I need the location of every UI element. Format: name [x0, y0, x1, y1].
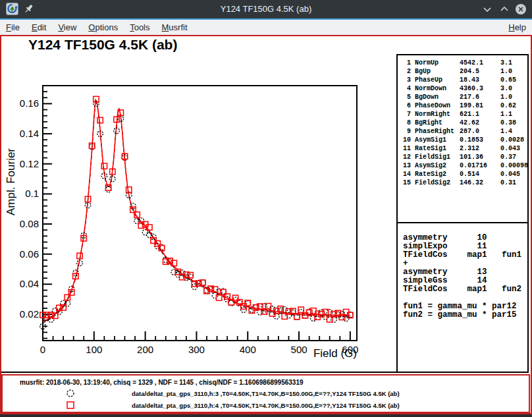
y-tick-label: 0.14	[20, 128, 39, 139]
fit-curve-h3	[43, 101, 350, 323]
data-series-h3-circles	[40, 101, 353, 329]
param-value: 0.01716	[460, 161, 496, 170]
param-num: 4	[402, 84, 411, 93]
param-num: 5	[402, 93, 411, 101]
legend-label-h3: data/deltat_pta_gps_3110,h:3 ,T0=4.50K,T…	[132, 390, 400, 397]
param-row: 2BgUp204.51.0	[402, 67, 527, 76]
legend-label-h4: data/deltat_pta_gps_3110,h:4 ,T0=4.50K,T…	[132, 402, 400, 409]
param-num: 6	[402, 101, 411, 110]
param-name: BgUp	[415, 67, 456, 76]
legend-open-circle-icon	[66, 389, 75, 398]
menu-options[interactable]: Options	[82, 20, 124, 35]
y-tick-label: 0.08	[20, 218, 39, 229]
param-name: PhaseDown	[415, 101, 456, 110]
param-name: RateSig2	[415, 170, 456, 179]
menu-musrfit[interactable]: Musrfit	[156, 20, 194, 35]
minimize-button[interactable]	[481, 3, 493, 15]
param-row: 9PhaseRight287.01.4	[402, 127, 527, 136]
theory-line: fun2 = gamma_mu * par15	[403, 311, 527, 320]
param-row: 13AsymSig20.017160.00098	[402, 161, 527, 170]
x-tick-label: 200	[137, 344, 153, 355]
param-num: 2	[402, 67, 411, 76]
param-num: 9	[402, 127, 411, 136]
param-name: RateSig1	[415, 144, 456, 153]
menu-edit[interactable]: Edit	[26, 20, 52, 35]
fit-curve-h4	[43, 100, 350, 322]
y-tick-label: 0.12	[20, 158, 39, 169]
param-num: 7	[402, 110, 411, 119]
menu-tools[interactable]: Tools	[124, 20, 155, 35]
theory-line: TFieldCos map1 fun1	[403, 251, 527, 260]
main-plot-canvas[interactable]: 01002003004005006000.020.040.060.080.10.…	[1, 36, 398, 374]
root-canvas[interactable]: Y124 TF150G 4.5K (ab) Ampl. Fourier 0100…	[0, 35, 532, 414]
param-name: NormUp	[415, 59, 456, 67]
param-name: AsymSig1	[415, 136, 456, 144]
plot-frame	[43, 86, 357, 341]
y-axis-ticks: 0.020.040.060.080.10.120.140.16	[20, 92, 52, 338]
param-error: 3.1	[500, 59, 527, 67]
param-name: PhaseRight	[415, 127, 456, 136]
info-pad[interactable]: musrfit: 2018-06-30, 13:19:40, chisq = 1…	[1, 374, 530, 413]
param-name: NormRight	[415, 110, 456, 119]
param-error: 1.0	[500, 67, 527, 76]
application-window: Y124 TF150G 4.5K (ab) File Edit View Opt…	[0, 0, 532, 417]
param-name: FieldSig1	[415, 153, 456, 161]
param-error: 1.0	[500, 93, 527, 101]
param-value: 0.1853	[460, 136, 496, 144]
y-tick-label: 0.06	[20, 248, 39, 260]
param-row: 4NormDown4360.33.0	[402, 84, 527, 93]
close-button[interactable]	[515, 3, 527, 15]
param-row: 10AsymSig10.18530.0028	[402, 136, 527, 144]
param-num: 10	[402, 136, 411, 144]
window-title: Y124 TF150G 4.5K (ab)	[0, 0, 532, 18]
y-tick-label: 0.04	[20, 278, 39, 289]
param-value: 199.81	[460, 101, 496, 110]
param-row: 6PhaseDown199.810.62	[402, 101, 527, 110]
param-name: BgRight	[415, 119, 456, 127]
x-tick-label: 300	[188, 344, 205, 355]
param-value: 4360.3	[460, 84, 496, 93]
param-row: 8BgRight42.620.38	[402, 119, 527, 127]
theory-pad[interactable]: asymmetry 10simplExpo 11TFieldCos map1 f…	[396, 222, 529, 373]
param-error: 1.4	[500, 127, 527, 136]
param-error: 0.65	[500, 76, 527, 84]
param-num: 14	[402, 170, 411, 179]
param-row: 12FieldSig1101.360.37	[402, 153, 527, 161]
legend-open-square-icon	[66, 401, 75, 410]
param-error: 0.0028	[500, 136, 527, 144]
param-row: 14RateSig20.5140.045	[402, 170, 527, 179]
param-value: 0.514	[460, 170, 496, 179]
x-axis-title: Field (G)	[238, 347, 357, 360]
param-row: 3PhaseUp18.430.65	[402, 76, 527, 84]
maximize-button[interactable]	[498, 3, 510, 15]
param-row: 15FieldSig2146.320.31	[402, 179, 527, 187]
param-name: AsymSig2	[415, 161, 456, 170]
param-value: 146.32	[460, 179, 496, 187]
param-error: 0.00098	[500, 161, 528, 170]
param-error: 0.31	[500, 179, 527, 187]
param-name: PhaseUp	[415, 76, 456, 84]
param-value: 2.312	[460, 144, 496, 153]
param-num: 13	[402, 161, 411, 170]
param-value: 621.1	[460, 110, 496, 119]
param-name: NormDown	[415, 84, 456, 93]
menu-file[interactable]: File	[0, 20, 26, 35]
param-value: 4542.1	[460, 59, 496, 67]
param-num: 8	[402, 119, 411, 127]
param-name: FieldSig2	[415, 179, 456, 187]
param-error: 0.38	[500, 119, 527, 127]
menu-help[interactable]: Help	[502, 20, 532, 35]
param-error: 0.043	[500, 144, 527, 153]
param-value: 287.0	[460, 127, 496, 136]
menubar: File Edit View Options Tools Musrfit Hel…	[0, 20, 532, 35]
fit-parameters-pad[interactable]: 1NormUp4542.13.12BgUp204.51.03PhaseUp18.…	[396, 54, 529, 223]
menu-view[interactable]: View	[52, 20, 82, 35]
param-num: 3	[402, 76, 411, 84]
param-num: 15	[402, 179, 411, 187]
param-row: 7NormRight621.11.1	[402, 110, 527, 119]
param-name: BgDown	[415, 93, 456, 101]
y-tick-label: 0.16	[20, 97, 39, 109]
param-value: 42.62	[460, 119, 496, 127]
param-error: 3.0	[500, 84, 527, 93]
fit-info-line: musrfit: 2018-06-30, 13:19:40, chisq = 1…	[20, 379, 304, 386]
